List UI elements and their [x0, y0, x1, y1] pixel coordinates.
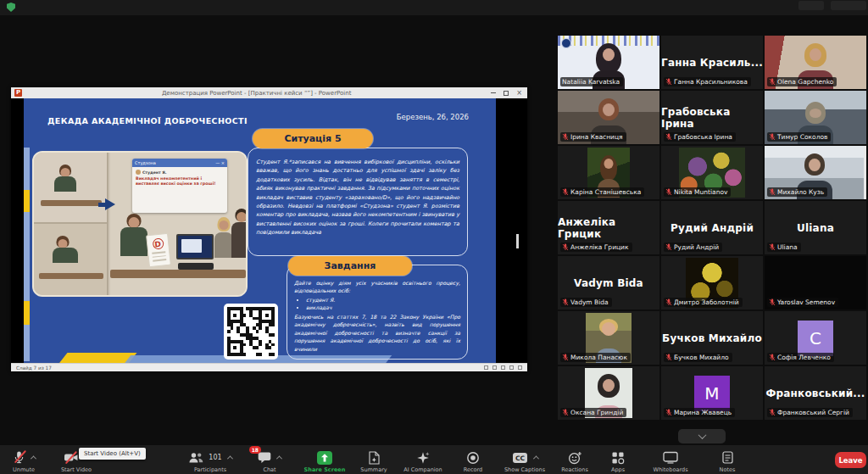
participant-silhouette: [604, 159, 614, 169]
participant-tile[interactable]: Анжеліка ГрицикАнжеліка Грицик: [558, 201, 659, 254]
chevron-up-icon[interactable]: [276, 455, 282, 461]
slide-date: Березень, 26, 2026: [397, 113, 469, 121]
mic-muted-icon: [562, 298, 569, 306]
participant-silhouette: [603, 48, 615, 61]
participant-name-label: Михайло Кузь: [767, 187, 827, 197]
task-bullet: викладач: [306, 304, 460, 311]
illustration-panel-bored-student: [34, 153, 107, 224]
participants-count: 101: [209, 454, 221, 461]
powerpoint-slideshow-area: ДЕКАДА АКАДЕМІЧНОЇ ДОБРОЧЕСНОСТІ Березен…: [11, 98, 527, 363]
mic-muted-icon: [769, 78, 776, 86]
participant-tile[interactable]: Франковський...Франковський Сергій: [765, 366, 866, 420]
participants-gallery: Nataliia KarvatskaГанна Красиль...Ганна …: [558, 36, 866, 420]
mic-muted-icon: [562, 243, 569, 251]
close-window-icon[interactable]: ×: [516, 91, 522, 96]
task-bullet: студент Я.: [306, 296, 460, 304]
participant-tile[interactable]: Nikita Muntianov: [661, 146, 763, 199]
illustration-onlooker-man: [231, 209, 248, 270]
participant-name-label: Yaroslav Semenov: [767, 298, 838, 307]
restore-window-icon[interactable]: [504, 91, 509, 96]
powerpoint-statusbar: Слайд 7 из 17: [11, 363, 527, 371]
participant-tile[interactable]: Каріна Станішевська: [558, 146, 659, 199]
powerpoint-app-icon: P: [14, 89, 22, 97]
shared-powerpoint-window: P Демонстрация PowerPoint - [Практичні к…: [11, 87, 527, 371]
chat-icon: [258, 451, 271, 464]
participant-tile[interactable]: Грабовська ІринаГрабовська Ірина: [661, 91, 763, 144]
participant-name-label: Ганна Красильникова: [664, 77, 751, 86]
mic-muted-icon: [13, 450, 25, 465]
leave-button[interactable]: Leave: [835, 452, 866, 468]
illustration-angry-student: [119, 214, 149, 268]
mic-muted-icon: [769, 298, 776, 306]
participant-tile[interactable]: Микола Панасюк: [558, 311, 659, 365]
mic-muted-icon: [665, 354, 672, 361]
participant-tile[interactable]: Ганна Красиль...Ганна Красильникова: [661, 36, 763, 89]
powerpoint-scrollbar[interactable]: [516, 234, 519, 248]
participant-tile[interactable]: MМарина Жвавець: [661, 366, 763, 420]
participant-name-label: Vadym Bida: [560, 298, 612, 307]
whiteboards-icon: [663, 451, 678, 464]
summary-icon: [368, 451, 380, 465]
encryption-shield-icon[interactable]: [7, 3, 15, 12]
participant-name-label: Анжеліка Грицик: [560, 243, 632, 252]
participant-tile[interactable]: UlianaUliana: [765, 201, 866, 254]
participant-tile[interactable]: Оксана Гриндій: [558, 366, 659, 420]
mic-muted-icon: [562, 354, 569, 361]
toolbar-label: Apps: [611, 466, 625, 473]
participant-tile[interactable]: Дмитро Заболотній: [661, 256, 763, 309]
mic-muted-icon: [562, 188, 569, 196]
view-button[interactable]: [831, 1, 866, 10]
participant-name-label: Olena Gapchenko: [767, 77, 837, 86]
participant-name-label: Uliana: [767, 243, 801, 252]
mic-muted-icon: [769, 133, 776, 141]
slide: ДЕКАДА АКАДЕМІЧНОЇ ДОБРОЧЕСНОСТІ Березен…: [24, 98, 496, 363]
toolbar-label: Summary: [360, 466, 387, 473]
toolbar-label: Notes: [720, 466, 736, 473]
participant-tile[interactable]: Vadym BidaVadym Bida: [558, 256, 659, 309]
participant-tile[interactable]: Рудий АндрійРудий Андрій: [661, 201, 763, 254]
task-text: Дайте оцінку діям усіх учасників освітнь…: [287, 265, 468, 360]
participant-silhouette: [603, 379, 615, 392]
participants-icon: [188, 451, 204, 465]
participant-name-label: Оксана Гриндій: [560, 408, 626, 417]
chat-avatar: [136, 170, 141, 175]
toolbar-label: Chat: [263, 466, 275, 473]
slide-counter: Слайд 7 из 17: [16, 365, 52, 371]
participant-tile[interactable]: Михайло Кузь: [765, 146, 866, 199]
illustration-chat-window: Студзона — × Студент Я. Викладач некомпе…: [132, 159, 227, 213]
captions-icon: CC: [512, 452, 528, 464]
participant-letter-avatar: C: [798, 321, 833, 356]
mic-muted-icon: [665, 298, 672, 306]
minimize-window-icon[interactable]: [491, 92, 496, 94]
participant-name-label: Тимур Соколов: [767, 132, 831, 142]
chevron-down-icon: [698, 431, 706, 439]
slide-left-decoration: [24, 148, 30, 361]
chevron-up-icon[interactable]: [30, 455, 36, 461]
start-video-tooltip: Start Video (Alt+V): [79, 448, 146, 460]
ai-companion-icon: [416, 451, 430, 465]
gallery-collapse-button[interactable]: [678, 429, 726, 443]
participant-silhouette: [809, 159, 821, 171]
grade-letter: D: [152, 237, 164, 249]
participant-tile[interactable]: CСофія Левченко: [765, 311, 866, 365]
participant-tile[interactable]: Yaroslav Semenov: [765, 256, 866, 309]
participant-tile[interactable]: Olena Gapchenko: [765, 36, 866, 89]
meeting-top-bar: [0, 0, 868, 15]
minimize-video-button[interactable]: [798, 1, 824, 10]
statusbar-view-icons[interactable]: [484, 365, 522, 370]
participant-name-label: Дмитро Заболотній: [664, 298, 743, 307]
participant-tile[interactable]: Тимур Соколов: [765, 91, 866, 144]
svg-text:CC: CC: [515, 454, 525, 462]
mic-muted-icon: [562, 133, 569, 141]
zoom-meeting-window: P Демонстрация PowerPoint - [Практичні к…: [0, 0, 868, 474]
toolbar-notes-button[interactable]: Notes: [689, 450, 765, 473]
participant-tile[interactable]: Nataliia Karvatska: [558, 36, 659, 89]
task-badge: Завдання: [288, 256, 412, 276]
mic-muted-icon: [665, 409, 672, 416]
participant-tile[interactable]: Бучков МихайлоБучков Михайло: [661, 311, 763, 365]
mic-muted-icon: [665, 133, 672, 141]
mic-muted-icon: [665, 243, 672, 251]
participant-silhouette: [810, 48, 821, 61]
participant-name-label: Рудий Андрій: [664, 243, 722, 252]
participant-tile[interactable]: Ірина Квасниця: [558, 91, 659, 144]
